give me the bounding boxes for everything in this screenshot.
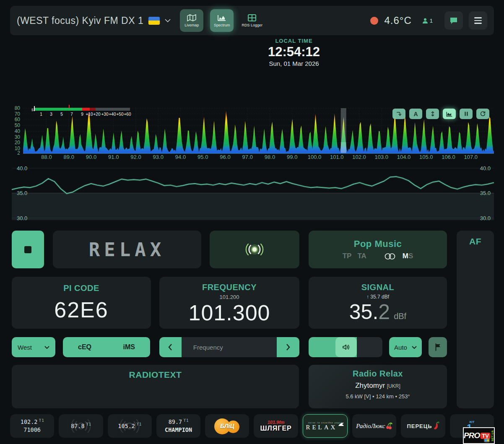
watermark-pro: PRO xyxy=(464,431,480,440)
svg-text:+20: +20 xyxy=(94,112,101,117)
autoscale-icon: A xyxy=(413,111,418,117)
server-selector[interactable]: (WEST focus) Kyiv FM DX 1 xyxy=(17,15,171,26)
map-icon xyxy=(187,14,196,21)
spectrum-graph-toggle-button[interactable] xyxy=(443,109,456,119)
signal-line-glow xyxy=(12,177,494,194)
frequency-input[interactable] xyxy=(182,337,277,357)
ims-toggle[interactable]: iMS xyxy=(123,343,135,351)
pty-label: Pop Music xyxy=(354,239,402,249)
signal-label: SIGNAL xyxy=(309,283,447,292)
svg-text:2: 2 xyxy=(17,150,20,156)
svg-text:1: 1 xyxy=(40,112,42,117)
mode-select[interactable]: Auto xyxy=(389,337,422,357)
volume-slider[interactable] xyxy=(309,337,382,357)
scroll-down-button[interactable] xyxy=(392,109,405,119)
rds-flags-row: TP TA MS xyxy=(343,252,413,260)
play-stop-button[interactable] xyxy=(12,231,44,268)
svg-text:40: 40 xyxy=(15,128,21,134)
svg-text:95.0: 95.0 xyxy=(197,154,208,160)
spectrum-graph-icon xyxy=(217,14,226,21)
frequency-tuner xyxy=(159,337,299,357)
chevron-down-icon[interactable] xyxy=(165,19,171,22)
station-name: БЛіЦ xyxy=(220,423,234,429)
local-time-label: LOCAL TIME xyxy=(189,38,399,44)
svg-text:107.0: 107.0 xyxy=(464,154,478,160)
stereo-circles-icon xyxy=(383,253,397,260)
s-meter-start-tick xyxy=(34,106,35,111)
listener-count: 1 xyxy=(430,18,433,24)
listener-counter: 1 xyxy=(422,18,433,24)
radiotext-label: RADIOTEXT xyxy=(12,370,299,380)
svg-text:+50: +50 xyxy=(117,112,124,117)
volume-thumb[interactable] xyxy=(335,337,357,357)
mode-select-value: Auto xyxy=(394,344,407,351)
nav-spectrum-button[interactable]: Spectrum xyxy=(210,9,234,32)
station-shortcut-bar: 102.21 71006 87.81 105.21 89.71 CHAMPION… xyxy=(10,414,494,438)
blitz-logo: БЛіЦ xyxy=(213,417,241,435)
nav-rds-logger-button[interactable]: RDS Logger xyxy=(240,9,264,32)
pty-card: Pop Music TP TA MS xyxy=(309,231,447,268)
chat-bubble-icon xyxy=(449,17,458,24)
svg-text:102.0: 102.0 xyxy=(352,154,366,160)
local-date-value: Sun, 01 Mar 2026 xyxy=(189,60,399,67)
pause-button[interactable] xyxy=(460,109,473,119)
signal-decimal: 2 xyxy=(378,300,390,324)
refresh-button[interactable] xyxy=(476,109,489,119)
report-flag-button[interactable] xyxy=(429,337,447,357)
station-frequency-sub: 101.9fm xyxy=(268,420,285,425)
eq-ims-toggle[interactable]: cEQ iMS xyxy=(63,337,150,357)
chat-button[interactable] xyxy=(444,11,463,30)
signal-integer: 35. xyxy=(349,300,379,324)
arrow-turn-down-icon xyxy=(395,111,403,117)
signal-chart-lower-band xyxy=(12,193,494,221)
tuned-frequency-marker-lower xyxy=(341,142,346,153)
station-card-champion[interactable]: 89.71 CHAMPION xyxy=(156,414,200,438)
signal-value-row: 35. 2 dBf xyxy=(309,300,447,324)
antenna-select[interactable]: West xyxy=(12,337,55,357)
svg-text:100.0: 100.0 xyxy=(308,154,322,160)
hamburger-icon xyxy=(474,16,482,25)
station-card-radio-lux[interactable]: РадіоЛюкс xyxy=(352,414,396,438)
station-card-87-8[interactable]: 87.81 xyxy=(59,414,103,438)
table-icon xyxy=(248,14,256,21)
svg-text:5: 5 xyxy=(60,112,63,117)
menu-button[interactable] xyxy=(469,11,487,30)
transmitter-name: Radio Relax xyxy=(309,369,447,379)
lux-logo: РадіоЛюкс xyxy=(356,422,392,430)
svg-text:88.0: 88.0 xyxy=(41,154,52,160)
tv-icon xyxy=(484,438,490,442)
signal-card: SIGNAL ↑ 35.7 dBf 35. 2 dBf xyxy=(309,277,447,329)
svg-text:97.0: 97.0 xyxy=(242,154,253,160)
stop-icon xyxy=(24,246,31,253)
svg-text:94.0: 94.0 xyxy=(175,154,186,160)
area-chart-icon xyxy=(446,111,453,117)
perets-logo: ПЕРЕЦЬ xyxy=(407,421,439,431)
pi-code-label: PI CODE xyxy=(12,283,151,293)
tune-up-button[interactable] xyxy=(277,337,299,357)
station-card-102-2[interactable]: 102.21 71006 xyxy=(10,414,54,438)
station-card-relax[interactable]: легке та спокійне радіо RELAX xyxy=(303,414,348,438)
station-card-blitz[interactable]: БЛіЦ xyxy=(205,414,249,438)
af-list-panel: AF xyxy=(457,231,494,408)
transmitter-country: [UKR] xyxy=(387,383,400,389)
svg-text:30.0: 30.0 xyxy=(480,215,491,221)
tune-down-button[interactable] xyxy=(159,337,182,357)
station-card-105-2[interactable]: 105.21 xyxy=(108,414,152,438)
antenna-icon xyxy=(183,418,186,422)
autoscale-button[interactable]: A xyxy=(409,109,422,119)
temperature-value: 4.6°C xyxy=(384,15,411,26)
s-meter-scale-labels: 13579+10+20+30+40+50+60 xyxy=(40,112,131,117)
pi-code-value: 62E6 xyxy=(12,297,151,322)
svg-text:+30: +30 xyxy=(101,112,109,117)
svg-text:30: 30 xyxy=(15,134,21,140)
vertical-zoom-button[interactable] xyxy=(426,109,439,119)
radiotext-panel: RADIOTEXT xyxy=(12,365,299,408)
nav-livemap-button[interactable]: Livemap xyxy=(180,9,203,32)
ceq-toggle[interactable]: cEQ xyxy=(78,343,91,351)
station-card-perets[interactable]: ПЕРЕЦЬ xyxy=(401,414,445,438)
svg-text:104.0: 104.0 xyxy=(397,154,411,160)
station-frequency: 102.2 xyxy=(21,418,38,425)
svg-text:+40: +40 xyxy=(109,112,116,117)
station-card-shlyager[interactable]: 101.9fm ШЛЯГЕР xyxy=(254,414,298,438)
svg-text:30.0: 30.0 xyxy=(17,215,27,221)
